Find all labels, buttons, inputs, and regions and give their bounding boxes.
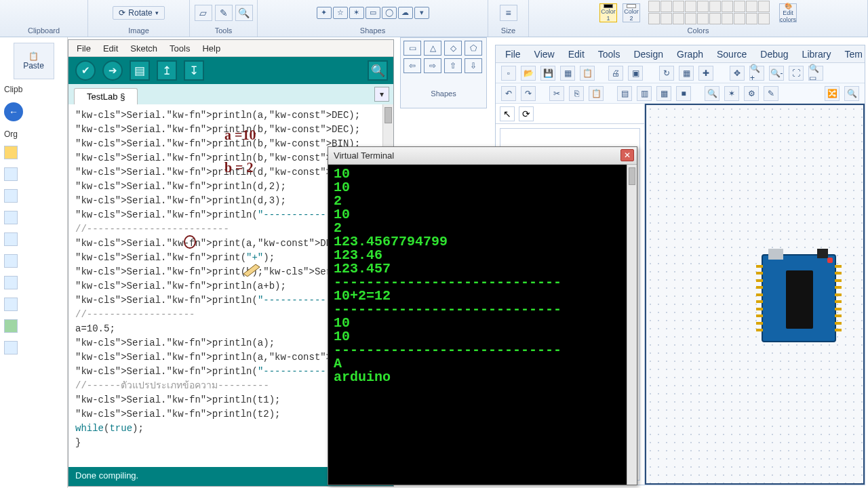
pmenu-view[interactable]: View: [534, 49, 555, 60]
shape-star6-icon[interactable]: ✶: [349, 7, 364, 19]
print-icon[interactable]: 🖨: [608, 66, 623, 81]
rotate-tool-icon[interactable]: ⟳: [519, 106, 534, 121]
pmenu-tools[interactable]: Tools: [598, 49, 620, 60]
vterm-output[interactable]: 10 10 2 10 2 123.4567794799 123.46 123.4…: [328, 165, 637, 485]
shapes-panel-grid[interactable]: ▭ △ ◇ ⬠ ⇦ ⇨ ⇧ ⇩: [401, 38, 486, 76]
paste-button[interactable]: 📋 Paste: [14, 43, 54, 79]
origin-icon[interactable]: ✚: [698, 66, 713, 81]
nav-back-icon[interactable]: ←: [4, 102, 23, 121]
shape-callout-cloud-icon[interactable]: ☁: [398, 7, 413, 19]
new-sketch-button[interactable]: ▤: [130, 60, 150, 81]
shape-diamond-icon[interactable]: ◇: [444, 41, 462, 56]
shape-rect-icon[interactable]: ▭: [403, 41, 421, 56]
folder-icon[interactable]: [4, 276, 18, 289]
favorites-icon[interactable]: [4, 146, 18, 159]
new-icon[interactable]: ▫: [501, 66, 516, 81]
pick-icon[interactable]: 🔍: [705, 86, 719, 101]
folder-icon[interactable]: [4, 211, 18, 224]
shape-more-icon[interactable]: ▾: [414, 7, 429, 19]
pmenu-source[interactable]: Source: [717, 49, 747, 60]
menu-edit[interactable]: Edit: [103, 43, 118, 54]
folder-icon[interactable]: [4, 298, 18, 311]
folder-icon[interactable]: [4, 232, 18, 246]
pan-icon[interactable]: ✥: [730, 66, 745, 81]
shape-arrow-l-icon[interactable]: ⇦: [403, 58, 421, 73]
rotate-button[interactable]: ⟳ Rotate: [113, 6, 164, 20]
open-icon[interactable]: 📂: [521, 66, 536, 81]
vterm-titlebar[interactable]: Virtual Terminal ✕: [328, 147, 637, 165]
shape-star5-icon[interactable]: ☆: [333, 7, 348, 19]
tab-dropdown-icon[interactable]: ▾: [374, 87, 389, 102]
pmenu-edit[interactable]: Edit: [568, 49, 585, 60]
paste2-icon[interactable]: 📋: [589, 86, 604, 101]
folder-icon[interactable]: [4, 254, 18, 268]
shape-callout-oval-icon[interactable]: ◯: [382, 7, 397, 19]
close-button[interactable]: ✕: [620, 149, 634, 161]
menu-tools[interactable]: Tools: [170, 43, 190, 54]
shape-arrow-u-icon[interactable]: ⇧: [444, 58, 462, 73]
sketch-tab[interactable]: TestLab §: [74, 88, 138, 104]
eraser-icon[interactable]: ▱: [195, 5, 212, 21]
color2-button[interactable]: Color 2: [623, 3, 640, 22]
menu-help[interactable]: Help: [202, 43, 220, 54]
make-icon[interactable]: ✶: [724, 86, 739, 101]
cut-icon[interactable]: ✂: [549, 86, 564, 101]
zoom-area-icon[interactable]: 🔍▭: [808, 66, 823, 81]
color1-button[interactable]: Color 1: [599, 3, 617, 22]
pmenu-graph[interactable]: Graph: [677, 49, 703, 60]
picker-icon[interactable]: ✎: [215, 5, 233, 21]
undo-icon[interactable]: ↶: [501, 86, 516, 101]
pmenu-file[interactable]: File: [505, 49, 521, 60]
vterm-scrollbar[interactable]: [627, 165, 637, 485]
pmenu-design[interactable]: Design: [633, 49, 663, 60]
print-area-icon[interactable]: ▦: [560, 66, 575, 81]
copy-icon[interactable]: ⎘: [569, 86, 584, 101]
verify-button[interactable]: ✔: [75, 60, 96, 81]
save-icon[interactable]: 💾: [540, 66, 555, 81]
arduino-board-component[interactable]: [762, 254, 836, 342]
shape-pent-icon[interactable]: ⬠: [465, 41, 482, 56]
shape-callout-rect-icon[interactable]: ▭: [366, 7, 380, 19]
paste-icon[interactable]: 📋: [580, 66, 595, 81]
select-tool-icon[interactable]: ↖: [500, 106, 515, 121]
menu-sketch[interactable]: Sketch: [130, 43, 157, 54]
serial-monitor-button[interactable]: 🔍: [368, 60, 388, 81]
region-icon[interactable]: ▣: [628, 66, 643, 81]
magnify-icon[interactable]: 🔍: [235, 5, 253, 21]
zoom-out-icon[interactable]: 🔍-: [769, 66, 784, 81]
redo-icon[interactable]: ↷: [521, 86, 536, 101]
schematic-canvas[interactable]: [645, 104, 865, 485]
folder-icon[interactable]: [4, 189, 18, 203]
shape-gallery[interactable]: ✦ ☆ ✶ ▭ ◯ ☁ ▾: [317, 7, 429, 19]
save-sketch-button[interactable]: ↧: [184, 60, 204, 81]
shape-arrow-r-icon[interactable]: ⇨: [424, 58, 441, 73]
zoom-fit-icon[interactable]: ⛶: [789, 66, 804, 81]
pmenu-library[interactable]: Library: [802, 49, 831, 60]
block-rotate-icon[interactable]: ▦: [656, 86, 671, 101]
color-palette[interactable]: [648, 1, 770, 24]
pmenu-tem[interactable]: Tem: [844, 49, 862, 60]
toggle-icon[interactable]: 🔀: [825, 86, 840, 101]
edit-colors-button[interactable]: 🎨 Edit colors: [779, 3, 797, 22]
grid-icon[interactable]: ▦: [679, 66, 694, 81]
shape-tri-icon[interactable]: △: [424, 41, 441, 56]
shape-star4-icon[interactable]: ✦: [317, 7, 332, 19]
pmenu-debug[interactable]: Debug: [760, 49, 788, 60]
homegroup-icon[interactable]: [4, 319, 18, 333]
block-move-icon[interactable]: ▥: [637, 86, 652, 101]
package-icon[interactable]: ⚙: [744, 86, 759, 101]
block-delete-icon[interactable]: ■: [676, 86, 691, 101]
upload-button[interactable]: ➔: [102, 60, 123, 81]
decompose-icon[interactable]: ✎: [764, 86, 778, 101]
vterm-scrollbar-thumb[interactable]: [629, 167, 635, 185]
refresh-icon[interactable]: ↻: [659, 66, 674, 81]
shape-arrow-d-icon[interactable]: ⇩: [465, 58, 482, 73]
block-copy-icon[interactable]: ▤: [617, 86, 632, 101]
size-icon[interactable]: ≡: [500, 5, 517, 21]
virtual-terminal-window[interactable]: Virtual Terminal ✕ 10 10 2 10 2 123.4567…: [328, 146, 637, 485]
search-comp-icon[interactable]: 🔍: [844, 86, 859, 101]
scrollbar-thumb[interactable]: [384, 107, 392, 123]
computer-icon[interactable]: [4, 341, 18, 354]
open-sketch-button[interactable]: ↥: [157, 60, 177, 81]
menu-file[interactable]: File: [77, 43, 91, 54]
